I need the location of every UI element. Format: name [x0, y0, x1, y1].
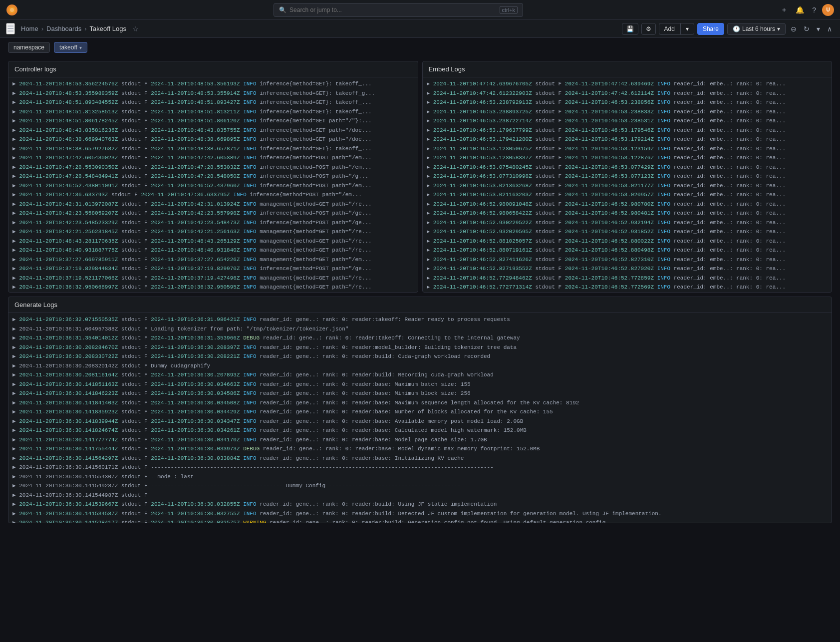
add-chevron-button[interactable]: ▾ [680, 23, 694, 35]
search-shortcut: ctrl+k [500, 6, 518, 14]
time-range-picker[interactable]: 🕐 Last 6 hours ▾ [727, 23, 786, 35]
log-line[interactable]: ▶ 2024-11-20T10:36:30.141835923Z stdout … [8, 407, 832, 417]
log-line[interactable]: ▶ 2024-11-20T10:46:52.827193552Z stdout … [423, 264, 832, 274]
log-line[interactable]: ▶ 2024-11-20T10:36:30.141560171Z stdout … [8, 463, 832, 472]
log-line[interactable]: ▶ 2024-11-20T10:36:30.208284670Z stdout … [8, 343, 832, 352]
log-line[interactable]: ▶ 2024-11-20T10:48:40.931887775Z stdout … [8, 246, 418, 255]
log-line[interactable]: ▶ 2024-11-20T10:46:52.827411626Z stdout … [423, 255, 832, 265]
log-line[interactable]: ▶ 2024-11-20T10:36:30.208330722Z stdout … [8, 352, 832, 361]
zoom-out-button[interactable]: ⊖ [789, 23, 799, 35]
log-line[interactable]: ▶ 2024-11-20T10:46:53.238893725Z stdout … [423, 107, 832, 117]
search-input[interactable] [289, 6, 496, 13]
help-button[interactable]: ? [810, 4, 818, 16]
log-line[interactable]: ▶ 2024-11-20T10:36:30.141554307Z stdout … [8, 472, 832, 482]
log-line[interactable]: ▶ 2024-11-20T10:48:53.355988359Z stdout … [8, 89, 418, 98]
plus-button[interactable]: ＋ [779, 3, 790, 16]
log-line[interactable]: ▶ 2024-11-20T10:36:30.141539667Z stdout … [8, 500, 832, 509]
log-line[interactable]: ▶ 2024-11-20T10:36:30.141839944Z stdout … [8, 417, 832, 426]
takeoff-filter[interactable]: takeoff ▾ [54, 42, 87, 53]
log-line[interactable]: ▶ 2024-11-20T10:46:52.980891048Z stdout … [423, 200, 832, 209]
log-line[interactable]: ▶ 2024-11-20T10:36:30.208116164Z stdout … [8, 370, 832, 380]
log-line[interactable]: ▶ 2024-11-20T10:46:52.932029595Z stdout … [423, 227, 832, 237]
log-line[interactable]: ▶ 2024-11-20T10:42:23.548523329Z stdout … [8, 218, 418, 228]
log-line[interactable]: ▶ 2024-11-20T10:47:36.633793Z stdout F 2… [8, 190, 418, 200]
log-line[interactable]: ▶ 2024-11-20T10:48:51.813258513Z stdout … [8, 107, 418, 117]
log-line[interactable]: ▶ 2024-11-20T10:36:32.071550535Z stdout … [8, 315, 832, 324]
log-line[interactable]: ▶ 2024-11-20T10:46:53.179637799Z stdout … [423, 126, 832, 135]
log-line[interactable]: ▶ 2024-11-20T10:46:52.980658422Z stdout … [423, 209, 832, 218]
star-icon: ☆ [132, 25, 139, 33]
log-line[interactable]: ▶ 2024-11-20T10:47:28.553090350Z stdout … [8, 163, 418, 172]
log-line[interactable]: ▶ 2024-11-20T10:36:30.141841403Z stdout … [8, 398, 832, 408]
log-line[interactable]: ▶ 2024-11-20T10:46:52.713384383Z stdout … [423, 292, 832, 293]
log-line[interactable]: ▶ 2024-11-20T10:48:51.893484552Z stdout … [8, 98, 418, 107]
controller-logs-content[interactable]: ▶ 2024-11-20T10:48:53.356224576Z stdout … [8, 77, 418, 292]
generate-logs-title: Generate Logs [8, 297, 832, 313]
log-line[interactable]: ▶ 2024-11-20T10:36:30.338921085Z stdout … [8, 292, 418, 293]
search-bar[interactable]: 🔍 ctrl+k [274, 3, 523, 17]
log-line[interactable]: ▶ 2024-11-20T10:48:38.657927682Z stdout … [8, 144, 418, 154]
add-button[interactable]: Add [659, 23, 680, 35]
log-line[interactable]: ▶ 2024-11-20T10:42:31.013972087Z stdout … [8, 200, 418, 209]
collapse-button[interactable]: ∧ [825, 23, 834, 35]
log-line[interactable]: ▶ 2024-11-20T10:37:27.669785911Z stdout … [8, 255, 418, 265]
log-line[interactable]: ▶ 2024-11-20T10:42:23.558059207Z stdout … [8, 209, 418, 218]
log-line[interactable]: ▶ 2024-11-20T10:36:30.141549287Z stdout … [8, 481, 832, 491]
log-line[interactable]: ▶ 2024-11-20T10:36:31.354014012Z stdout … [8, 333, 832, 343]
log-line[interactable]: ▶ 2024-11-20T10:46:53.077310998Z stdout … [423, 172, 832, 181]
log-line[interactable]: ▶ 2024-11-20T10:36:31.604957388Z stdout … [8, 324, 832, 334]
log-line[interactable]: ▶ 2024-11-20T10:36:30.141528417Z stdout … [8, 518, 832, 523]
log-line[interactable]: ▶ 2024-11-20T10:46:53.075480245Z stdout … [423, 163, 832, 172]
log-line[interactable]: ▶ 2024-11-20T10:46:52.881025057Z stdout … [423, 237, 832, 246]
log-line[interactable]: ▶ 2024-11-20T10:46:52.880719161Z stdout … [423, 246, 832, 255]
log-line[interactable]: ▶ 2024-11-20T10:36:30.141824674Z stdout … [8, 426, 832, 435]
log-line[interactable]: ▶ 2024-11-20T10:42:21.256231845Z stdout … [8, 227, 418, 237]
log-line[interactable]: ▶ 2024-11-20T10:36:30.141846223Z stdout … [8, 389, 832, 398]
log-line[interactable]: ▶ 2024-11-20T10:37:19.521177066Z stdout … [8, 274, 418, 283]
log-line[interactable]: ▶ 2024-11-20T10:36:30.141544987Z stdout … [8, 491, 832, 500]
log-line[interactable]: ▶ 2024-11-20T10:36:32.950668997Z stdout … [8, 283, 418, 292]
log-line[interactable]: ▶ 2024-11-20T10:48:53.356224576Z stdout … [8, 79, 418, 89]
log-line[interactable]: ▶ 2024-11-20T10:36:30.141755444Z stdout … [8, 444, 832, 454]
log-line[interactable]: ▶ 2024-11-20T10:46:52.438011091Z stdout … [8, 181, 418, 191]
log-line[interactable]: ▶ 2024-11-20T10:46:53.123050675Z stdout … [423, 144, 832, 154]
refresh-button[interactable]: ↻ [802, 23, 812, 35]
log-line[interactable]: ▶ 2024-11-20T10:48:51.806178245Z stdout … [8, 116, 418, 126]
embed-logs-content[interactable]: ▶ 2024-11-20T10:47:42.639676705Z stdout … [423, 77, 832, 292]
log-line[interactable]: ▶ 2024-11-20T10:36:30.141777774Z stdout … [8, 435, 832, 445]
log-line[interactable]: ▶ 2024-11-20T10:46:53.238722714Z stdout … [423, 116, 832, 126]
log-line[interactable]: ▶ 2024-11-20T10:37:19.829844834Z stdout … [8, 264, 418, 274]
log-line[interactable]: ▶ 2024-11-20T10:47:28.548484941Z stdout … [8, 172, 418, 181]
log-line[interactable]: ▶ 2024-11-20T10:46:52.772771314Z stdout … [423, 283, 832, 292]
save-dashboard-button[interactable]: 💾 [622, 23, 638, 35]
log-line[interactable]: ▶ 2024-11-20T10:36:30.141534587Z stdout … [8, 509, 832, 519]
breadcrumb-home[interactable]: Home [21, 25, 38, 32]
refresh-options-button[interactable]: ▾ [815, 23, 822, 35]
log-line[interactable]: ▶ 2024-11-20T10:46:52.930229522Z stdout … [423, 218, 832, 228]
log-line[interactable]: ▶ 2024-11-20T10:47:42.612322903Z stdout … [423, 89, 832, 98]
log-line[interactable]: ▶ 2024-11-20T10:47:42.639676705Z stdout … [423, 79, 832, 89]
star-button[interactable]: ☆ [132, 25, 139, 33]
menu-button[interactable]: ☰ [6, 23, 15, 34]
log-line[interactable]: ▶ 2024-11-20T10:48:43.281170635Z stdout … [8, 237, 418, 246]
namespace-filter[interactable]: namespace [8, 42, 50, 53]
log-line[interactable]: ▶ 2024-11-20T10:48:38.669940763Z stdout … [8, 135, 418, 144]
log-line[interactable]: ▶ 2024-11-20T10:46:53.021363268Z stdout … [423, 181, 832, 191]
log-line[interactable]: ▶ 2024-11-20T10:36:30.208320142Z stdout … [8, 361, 832, 371]
log-line[interactable]: ▶ 2024-11-20T10:46:53.123058337Z stdout … [423, 153, 832, 163]
generate-logs-content[interactable]: ▶ 2024-11-20T10:36:32.071550535Z stdout … [8, 313, 832, 523]
log-line[interactable]: ▶ 2024-11-20T10:46:53.238792913Z stdout … [423, 98, 832, 107]
log-line[interactable]: ▶ 2024-11-20T10:36:30.141564297Z stdout … [8, 454, 832, 463]
breadcrumb-dashboards[interactable]: Dashboards [46, 25, 81, 32]
log-line[interactable]: ▶ 2024-11-20T10:36:30.141851163Z stdout … [8, 380, 832, 389]
share-button[interactable]: Share [697, 23, 724, 35]
avatar[interactable]: U [822, 4, 834, 16]
log-line[interactable]: ▶ 2024-11-20T10:46:53.179421280Z stdout … [423, 135, 832, 144]
takeoff-label: takeoff [59, 44, 77, 51]
log-line[interactable]: ▶ 2024-11-20T10:46:52.772948462Z stdout … [423, 274, 832, 283]
log-line[interactable]: ▶ 2024-11-20T10:47:42.605430023Z stdout … [8, 153, 418, 163]
bell-button[interactable]: 🔔 [794, 4, 806, 16]
log-line[interactable]: ▶ 2024-11-20T10:48:43.835816236Z stdout … [8, 126, 418, 135]
log-line[interactable]: ▶ 2024-11-20T10:46:53.021163203Z stdout … [423, 190, 832, 200]
settings-button[interactable]: ⚙ [641, 23, 656, 35]
